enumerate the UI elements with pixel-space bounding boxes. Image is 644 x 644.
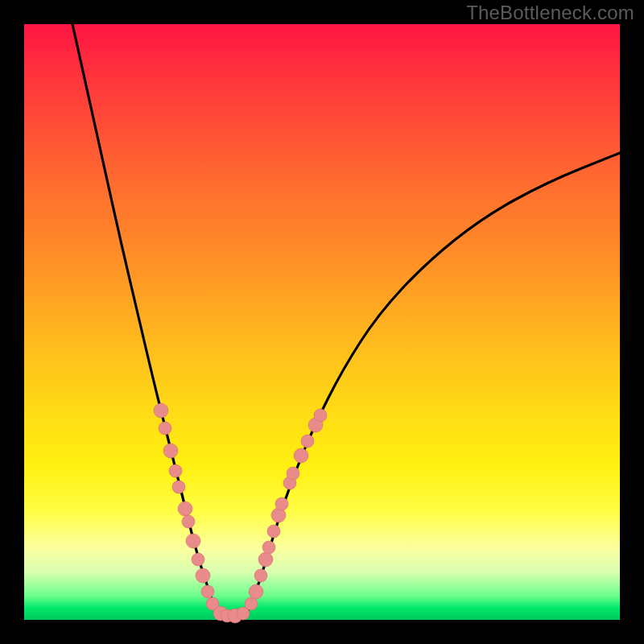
- data-marker: [169, 464, 182, 477]
- data-marker: [314, 409, 327, 422]
- data-marker: [172, 481, 185, 493]
- data-marker: [186, 534, 200, 548]
- data-marker: [258, 552, 273, 567]
- data-marker: [201, 585, 214, 598]
- data-marker: [163, 444, 178, 458]
- data-marker: [254, 569, 267, 582]
- data-marker: [154, 403, 168, 418]
- data-marker: [192, 553, 204, 566]
- data-marker: [267, 525, 280, 538]
- data-marker: [249, 584, 263, 599]
- data-marker: [245, 597, 258, 610]
- data-marker: [275, 497, 288, 510]
- curve-right-branch: [248, 153, 620, 610]
- data-marker: [287, 467, 299, 480]
- data-marker: [178, 502, 192, 516]
- curve-svg: [24, 24, 620, 620]
- data-marker: [294, 448, 308, 463]
- data-marker: [182, 515, 195, 528]
- data-marker: [262, 541, 275, 554]
- data-marker: [159, 422, 171, 435]
- watermark-text: TheBottleneck.com: [466, 2, 634, 24]
- data-marker: [301, 435, 314, 448]
- data-marker: [196, 568, 210, 583]
- plot-area: [24, 24, 620, 620]
- chart-frame: TheBottleneck.com: [0, 0, 644, 644]
- bottleneck-curve: [72, 24, 620, 617]
- data-markers: [154, 403, 327, 623]
